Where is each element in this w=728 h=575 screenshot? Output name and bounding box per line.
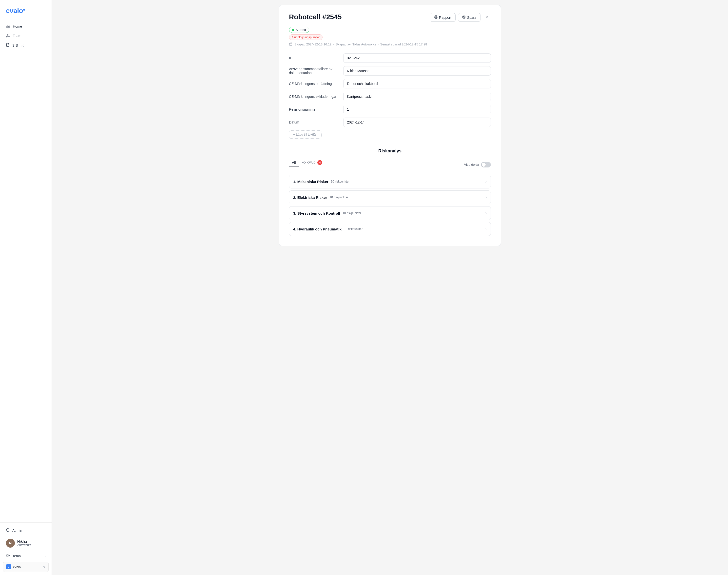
team-icon — [6, 34, 10, 38]
sidebar-item-team[interactable]: Team — [3, 31, 49, 40]
risk-item-1-title: 1. Mekaniska Risker — [293, 179, 328, 184]
shield-icon — [6, 528, 10, 533]
risk-item-3-left: 3. Styrsystem och Kontroll 10 riskpunkte… — [293, 211, 361, 215]
risk-tabs: All Followup 4 — [289, 159, 464, 167]
rapport-button[interactable]: Rapport — [430, 13, 456, 22]
form-input-revisionsnummer[interactable] — [343, 105, 491, 114]
risk-item-2-points: 10 riskpunkter — [330, 196, 348, 199]
risk-item-4-number: 4 — [293, 227, 295, 231]
followup-badge: 4 uppföljningspunkter — [289, 34, 323, 40]
meta-created: Skapad 2024-12-13 16:12 — [294, 42, 331, 46]
svg-point-0 — [7, 34, 8, 36]
tema-label: Tema — [12, 554, 21, 558]
company-name: evalo — [13, 565, 21, 569]
svg-line-1 — [23, 45, 24, 46]
page-title: Robotcell #2545 — [289, 13, 341, 21]
risk-item-1-title-text: Mekaniska Risker — [297, 179, 328, 184]
svg-line-9 — [7, 556, 7, 557]
save-icon — [462, 15, 466, 20]
add-field-button[interactable]: + Lägg till textfält — [289, 130, 322, 139]
tab-all-label: All — [292, 161, 296, 165]
risk-item-3-title-text: Styrsystem och Kontroll — [297, 211, 340, 215]
form-label-ansvarig: Ansvarig sammanställare av dokumentation — [289, 67, 343, 75]
risk-item-1-points: 10 riskpunkter — [331, 180, 350, 183]
form-row-id: ID — [289, 53, 491, 63]
risk-item-3-number: 3 — [293, 211, 295, 215]
risk-item-2-number: 2 — [293, 195, 295, 200]
form-input-ce-exkluderingar[interactable] — [343, 92, 491, 101]
meta-row: Skapad 2024-12-13 16:12 • Skapad av Nikl… — [289, 42, 491, 46]
close-button[interactable]: × — [483, 13, 491, 22]
tab-followup-label: Followup — [302, 160, 316, 164]
status-dot — [292, 29, 294, 31]
add-field-label: + Lägg till textfält — [293, 133, 317, 136]
risk-item-2-left: 2. Elektriska Risker 10 riskpunkter — [293, 195, 348, 200]
tab-followup[interactable]: Followup 4 — [299, 159, 326, 167]
admin-label: Admin — [12, 529, 22, 533]
chevron-right-3-icon: › — [485, 211, 487, 215]
logo-area: evalo — [0, 0, 51, 20]
form-label-ce-exkluderingar: CE-Märkningens exkluderingar — [289, 95, 343, 99]
svg-rect-11 — [435, 17, 437, 19]
company-selector[interactable]: e evalo ∨ — [3, 562, 49, 572]
sidebar-item-home[interactable]: Home — [3, 22, 49, 31]
spara-button[interactable]: Spara — [458, 13, 480, 22]
user-company: Autoworks — [17, 543, 46, 547]
form-row-ce-exkluderingar: CE-Märkningens exkluderingar — [289, 92, 491, 101]
home-icon — [6, 24, 10, 29]
tab-all[interactable]: All — [289, 159, 299, 166]
page-header: Robotcell #2545 Rapport — [289, 13, 491, 22]
visa-dolda-toggle[interactable] — [481, 162, 491, 167]
content-card: Robotcell #2545 Rapport — [279, 5, 501, 246]
toggle-knob — [482, 163, 486, 167]
form-input-datum[interactable] — [343, 117, 491, 127]
sidebar-item-admin[interactable]: Admin — [3, 526, 49, 535]
visa-dolda-label: Visa dolda — [464, 163, 479, 166]
sidebar-bottom: Admin N Niklas Autoworks — [0, 522, 51, 575]
risk-item-3-points: 10 riskpunkter — [342, 211, 361, 215]
status-label: Started — [296, 28, 306, 32]
sidebar: evalo Home Team — [0, 0, 52, 575]
user-info: Niklas Autoworks — [17, 539, 46, 547]
chevron-down-icon: ∨ — [43, 565, 45, 569]
app-logo: evalo — [6, 7, 25, 14]
tab-followup-badge: 4 — [317, 160, 322, 165]
user-name: Niklas — [17, 539, 46, 543]
risk-item-3-title: 3. Styrsystem och Kontroll — [293, 211, 340, 215]
risk-item-4-points: 10 riskpunkter — [344, 227, 363, 231]
svg-point-2 — [7, 555, 9, 556]
form-section: ID Ansvarig sammanställare av dokumentat… — [289, 53, 491, 127]
form-row-revisionsnummer: Revisionsnummer — [289, 105, 491, 114]
main-content: Robotcell #2545 Rapport — [52, 0, 728, 575]
risk-item-3[interactable]: 3. Styrsystem och Kontroll 10 riskpunkte… — [289, 206, 491, 220]
chevron-right-4-icon: › — [485, 227, 487, 231]
sidebar-item-tema[interactable]: Tema › — [3, 551, 49, 561]
sidebar-nav: Home Team SIS — [0, 20, 51, 522]
risk-item-4-title-text: Hydraulik och Pneumatik — [297, 227, 341, 231]
form-row-datum: Datum — [289, 117, 491, 127]
form-input-ansvarig[interactable] — [343, 66, 491, 76]
risk-item-2[interactable]: 2. Elektriska Risker 10 riskpunkter › — [289, 191, 491, 204]
risk-item-1[interactable]: 1. Mekaniska Risker 10 riskpunkter › — [289, 175, 491, 189]
user-section: N Niklas Autoworks — [3, 536, 49, 550]
svg-line-5 — [7, 554, 7, 554]
form-input-id[interactable] — [343, 53, 491, 63]
svg-line-6 — [9, 556, 9, 557]
meta-separator-2: • — [377, 42, 379, 46]
risk-item-1-number: 1 — [293, 179, 295, 184]
form-label-ce-omfattning: CE-Märkningens omfattning — [289, 82, 343, 86]
risk-item-4[interactable]: 4. Hydraulik och Pneumatik 10 riskpunkte… — [289, 222, 491, 236]
status-badge: Started — [289, 27, 309, 33]
chevron-right-icon: › — [44, 554, 46, 558]
meta-separator-1: • — [333, 42, 334, 46]
risk-item-1-left: 1. Mekaniska Risker 10 riskpunkter — [293, 179, 350, 184]
spara-label: Spara — [467, 15, 476, 20]
sidebar-item-sis[interactable]: SIS — [3, 40, 49, 50]
form-label-revisionsnummer: Revisionsnummer — [289, 107, 343, 111]
svg-line-10 — [9, 554, 9, 554]
form-input-ce-omfattning[interactable] — [343, 79, 491, 89]
rapport-label: Rapport — [439, 15, 451, 20]
sidebar-item-team-label: Team — [13, 34, 21, 38]
risk-item-2-title-text: Elektriska Risker — [297, 195, 327, 200]
meta-last-saved: Senast sparad 2024-12-15 17:28 — [380, 42, 427, 46]
